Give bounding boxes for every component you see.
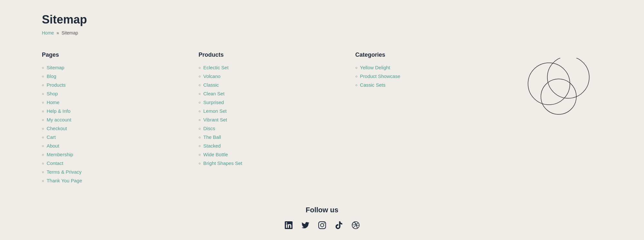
list-item: Volcano	[198, 73, 355, 79]
follow-heading: Follow us	[42, 206, 602, 214]
list-item: My account	[42, 117, 198, 122]
breadcrumb: Home » Sitemap	[42, 30, 602, 35]
sitemap-columns: Pages SitemapBlogProductsShopHomeHelp & …	[42, 52, 602, 187]
list-item-link[interactable]: Sitemap	[47, 65, 64, 70]
list-item-link[interactable]: Volcano	[203, 73, 220, 79]
categories-column: Categories Yellow DelightProduct Showcas…	[355, 52, 512, 91]
tiktok-icon[interactable]	[334, 221, 343, 230]
categories-list: Yellow DelightProduct ShowcaseCassic Set…	[355, 65, 512, 88]
circles-decoration	[522, 58, 592, 116]
list-item-link[interactable]: Classic	[203, 82, 219, 88]
categories-heading: Categories	[355, 52, 512, 58]
follow-section: Follow us	[42, 206, 602, 230]
list-item: Wide Bottle	[198, 152, 355, 157]
pages-column: Pages SitemapBlogProductsShopHomeHelp & …	[42, 52, 198, 187]
list-item: Blog	[42, 73, 198, 79]
products-heading: Products	[198, 52, 355, 58]
list-item: Classic	[198, 82, 355, 88]
list-item-link[interactable]: The Ball	[203, 134, 221, 140]
instagram-icon[interactable]	[318, 221, 327, 230]
list-item: Contact	[42, 160, 198, 166]
list-item: Bright Shapes Set	[198, 160, 355, 166]
list-item: Terms & Privacy	[42, 169, 198, 175]
pages-list: SitemapBlogProductsShopHomeHelp & InfoMy…	[42, 65, 198, 183]
list-item-link[interactable]: Contact	[47, 160, 63, 166]
list-item: Thank You Page	[42, 178, 198, 183]
list-item: Discs	[198, 126, 355, 131]
list-item-link[interactable]: Help & Info	[47, 108, 71, 114]
list-item-link[interactable]: Shop	[47, 91, 58, 96]
social-icons	[42, 221, 602, 230]
dribbble-icon[interactable]	[351, 221, 360, 230]
pages-heading: Pages	[42, 52, 198, 58]
list-item-link[interactable]: My account	[47, 117, 72, 122]
list-item-link[interactable]: Terms & Privacy	[47, 169, 82, 175]
list-item-link[interactable]: Wide Bottle	[203, 152, 228, 157]
list-item: Shop	[42, 91, 198, 96]
list-item-link[interactable]: Blog	[47, 73, 56, 79]
products-list: Eclectic SetVolcanoClassicClean SetSurpr…	[198, 65, 355, 166]
twitter-icon[interactable]	[301, 221, 310, 230]
list-item-link[interactable]: Surprised	[203, 100, 224, 105]
list-item: Product Showcase	[355, 73, 512, 79]
list-item-link[interactable]: Discs	[203, 126, 215, 131]
products-column: Products Eclectic SetVolcanoClassicClean…	[198, 52, 355, 169]
list-item-link[interactable]: Vibrant Set	[203, 117, 227, 122]
list-item-link[interactable]: Cart	[47, 134, 56, 140]
breadcrumb-separator: »	[56, 30, 59, 35]
list-item: About	[42, 143, 198, 149]
list-item-link[interactable]: Eclectic Set	[203, 65, 228, 70]
list-item: Cassic Sets	[355, 82, 512, 88]
list-item: Home	[42, 100, 198, 105]
list-item: Products	[42, 82, 198, 88]
list-item-link[interactable]: Yellow Delight	[360, 65, 390, 70]
list-item: Sitemap	[42, 65, 198, 70]
list-item-link[interactable]: Clean Set	[203, 91, 225, 96]
breadcrumb-home[interactable]: Home	[42, 30, 54, 35]
list-item-link[interactable]: Lemon Set	[203, 108, 227, 114]
list-item-link[interactable]: About	[47, 143, 59, 149]
page-title: Sitemap	[42, 13, 602, 26]
list-item-link[interactable]: Product Showcase	[360, 73, 400, 79]
breadcrumb-current: Sitemap	[62, 30, 78, 35]
list-item-link[interactable]: Cassic Sets	[360, 82, 385, 88]
linkedin-icon[interactable]	[284, 221, 293, 230]
list-item-link[interactable]: Bright Shapes Set	[203, 160, 242, 166]
list-item: Stacked	[198, 143, 355, 149]
list-item: Eclectic Set	[198, 65, 355, 70]
list-item-link[interactable]: Home	[47, 100, 60, 105]
list-item: Clean Set	[198, 91, 355, 96]
svg-point-2	[541, 79, 576, 114]
list-item-link[interactable]: Thank You Page	[47, 178, 82, 183]
list-item: The Ball	[198, 134, 355, 140]
decoration-column	[512, 52, 602, 116]
list-item: Lemon Set	[198, 108, 355, 114]
list-item: Vibrant Set	[198, 117, 355, 122]
list-item: Membership	[42, 152, 198, 157]
list-item: Help & Info	[42, 108, 198, 114]
list-item: Checkout	[42, 126, 198, 131]
list-item: Surprised	[198, 100, 355, 105]
list-item: Yellow Delight	[355, 65, 512, 70]
page-wrapper: Sitemap Home » Sitemap Pages SitemapBlog…	[0, 0, 644, 240]
list-item-link[interactable]: Membership	[47, 152, 73, 157]
list-item: Cart	[42, 134, 198, 140]
list-item-link[interactable]: Stacked	[203, 143, 221, 149]
list-item-link[interactable]: Checkout	[47, 126, 67, 131]
list-item-link[interactable]: Products	[47, 82, 66, 88]
